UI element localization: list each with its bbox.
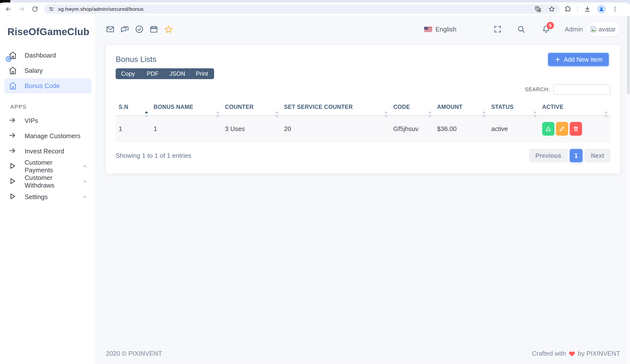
star-icon[interactable] (164, 25, 173, 34)
sort-icons[interactable] (482, 105, 486, 118)
pdf-button[interactable]: PDF (140, 68, 165, 79)
chevron-up-icon (82, 164, 88, 169)
sidebar-item-invest-record[interactable]: Invest Record (4, 144, 91, 159)
extensions-icon[interactable] (564, 6, 572, 12)
download-icon[interactable] (584, 5, 591, 13)
bonus-lists-card: Bonus Lists Add New Item Copy PDF JSON P… (106, 45, 620, 174)
browser-toolbar: xg.hwym.shop/admin/secured/bonus (0, 2, 630, 15)
calendar-icon[interactable] (150, 25, 158, 34)
delete-button[interactable] (570, 122, 582, 136)
sidebar-item-salary[interactable]: Salary (4, 63, 91, 78)
mail-icon[interactable] (106, 25, 115, 34)
site-settings-icon[interactable] (48, 6, 55, 12)
home-icon (8, 81, 17, 90)
chat-icon[interactable] (120, 25, 129, 34)
sidebar-item-label: VIPs (24, 117, 38, 125)
bookmark-star-icon[interactable] (548, 6, 555, 12)
sidebar-item-label: Dashboard (24, 52, 56, 59)
sidebar-item-bonus-code[interactable]: Bonus Code (4, 78, 91, 93)
column-header-set-service-counter[interactable]: SET SERVICE COUNTER (281, 101, 390, 116)
apps-menu: VIPs Manage Customers Invest Record Cust… (0, 113, 96, 204)
toolbar-divider (577, 6, 578, 12)
cell-counter: 3 Uses (222, 116, 281, 142)
sort-icons[interactable] (428, 105, 432, 118)
column-header-amount[interactable]: AMOUNT (434, 101, 488, 116)
sidebar-item-label: Settings (24, 193, 48, 201)
cell-bonus-name: 1 (150, 116, 222, 142)
admin-app: RiseOfGameClub Dashboard Salary Bonus Co… (0, 15, 630, 364)
sort-icons[interactable] (384, 105, 388, 118)
sort-icons[interactable] (533, 105, 537, 118)
check-circle-icon[interactable] (135, 25, 144, 34)
notification-badge: 5 (546, 22, 554, 29)
topbar: English 5 Admin avatar (106, 15, 620, 43)
translate-icon[interactable] (534, 6, 542, 12)
sort-icons[interactable] (216, 105, 220, 118)
sort-icons[interactable] (604, 105, 608, 118)
column-header-code[interactable]: CODE (390, 101, 434, 116)
page-scrollbar[interactable] (626, 15, 630, 364)
arrow-right-icon (8, 132, 17, 140)
us-flag-icon[interactable] (424, 27, 432, 32)
search-icon[interactable] (517, 25, 526, 33)
home-icon (8, 51, 17, 60)
avatar-alt-text: avatar (599, 26, 616, 33)
reload-icon[interactable] (32, 6, 38, 12)
fullscreen-icon[interactable] (494, 25, 502, 33)
chevron-up-icon (82, 179, 88, 184)
pagination: Previous 1 Next (529, 149, 610, 162)
url-text[interactable]: xg.hwym.shop/admin/secured/bonus (58, 6, 534, 12)
chevron-up-icon (82, 194, 88, 200)
copy-button[interactable]: Copy (116, 68, 140, 79)
notifications-bell[interactable]: 5 (542, 25, 550, 34)
table-search-input[interactable] (553, 84, 610, 95)
column-header-bonus-name[interactable]: BONUS NAME (150, 101, 222, 116)
arrow-right-icon (8, 147, 17, 156)
browser-profile-icon[interactable] (597, 5, 606, 13)
column-header-counter[interactable]: COUNTER (222, 101, 281, 116)
sidebar-item-label: Bonus Code (24, 82, 60, 90)
arrow-right-icon (8, 116, 17, 125)
scrollbar-thumb[interactable] (627, 16, 630, 95)
activate-button[interactable] (542, 122, 554, 136)
column-header-status[interactable]: STATUS (488, 101, 539, 116)
sidebar: RiseOfGameClub Dashboard Salary Bonus Co… (0, 15, 96, 364)
sidebar-item-customer-payments[interactable]: Customer Payments (4, 159, 91, 174)
broken-image-icon (590, 26, 597, 33)
sidebar-item-manage-customers[interactable]: Manage Customers (4, 128, 91, 144)
heart-icon (568, 350, 575, 357)
json-button[interactable]: JSON (165, 68, 190, 79)
sort-icons[interactable] (145, 105, 148, 118)
column-header-sn[interactable]: S.N (116, 101, 150, 116)
sort-icons[interactable] (275, 105, 278, 118)
page-title: Bonus Lists (116, 55, 610, 64)
forward-icon[interactable] (18, 6, 25, 12)
sidebar-item-customer-withdraws[interactable]: Customer Withdraws (4, 174, 91, 189)
add-new-item-button[interactable]: Add New Item (548, 53, 609, 66)
next-page-button[interactable]: Next (585, 149, 610, 162)
cell-code: Gf5jhsuv (390, 116, 434, 142)
address-bar[interactable]: xg.hwym.shop/admin/secured/bonus (44, 4, 560, 14)
loader-ring-icon (5, 55, 12, 63)
page-1-button[interactable]: 1 (570, 149, 582, 162)
edit-button[interactable] (556, 122, 568, 136)
sidebar-item-dashboard[interactable]: Dashboard (4, 48, 91, 63)
cell-sn: 1 (116, 116, 150, 142)
back-icon[interactable] (5, 6, 12, 12)
copyright-text: 2020 © PIXINVENT (106, 350, 162, 357)
browser-menu-icon[interactable] (612, 6, 618, 12)
avatar[interactable]: avatar (587, 22, 620, 36)
sidebar-item-label: Salary (24, 67, 43, 74)
language-selector[interactable]: English (436, 25, 456, 33)
sidebar-item-settings[interactable]: Settings (4, 189, 91, 204)
table-header-row: S.N BONUS NAME COUNTER SET SERVICE COUNT… (116, 101, 610, 116)
brand-title: RiseOfGameClub (0, 26, 96, 37)
home-icon (8, 66, 17, 75)
print-button[interactable]: Print (190, 68, 214, 79)
page-footer: 2020 © PIXINVENT Crafted with by PIXINVE… (106, 350, 620, 364)
sidebar-item-vips[interactable]: VIPs (4, 113, 91, 128)
play-icon (8, 162, 17, 171)
previous-page-button[interactable]: Previous (529, 149, 568, 162)
triangle-icon (545, 126, 552, 132)
column-header-active[interactable]: ACTIVE (539, 101, 610, 116)
